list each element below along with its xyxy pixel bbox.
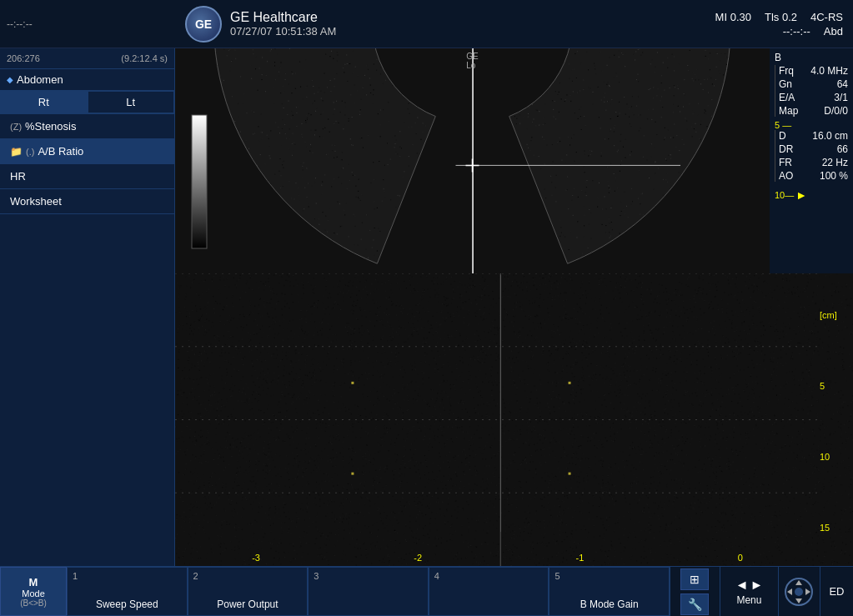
- measurement-Frq: Frq 4.0 MHz: [779, 65, 848, 77]
- mi-value: MI 0.30: [715, 11, 751, 23]
- dr-label: DR: [779, 143, 804, 155]
- probe-value: 4C-RS: [810, 11, 843, 23]
- measurement-Map: Map D/0/0: [779, 105, 848, 117]
- ed-section: [778, 567, 820, 616]
- key-5-label: B Mode Gain: [580, 598, 639, 610]
- fr-label: FR: [779, 157, 804, 168]
- trackball-icon[interactable]: [784, 577, 814, 607]
- ea-label: E/A: [779, 92, 804, 103]
- ab-ratio-prefix: (.): [26, 147, 34, 157]
- key-5-index: 5: [554, 571, 559, 581]
- menu-label: Menu: [736, 594, 761, 606]
- mmode-display: [cm] 5 10 15 -3 -2 -1 0: [175, 273, 853, 566]
- ed-label-section: ED: [820, 567, 853, 616]
- softkey-4[interactable]: 4: [429, 567, 549, 616]
- nav-icon-area: ◄ ► Menu: [720, 567, 778, 616]
- sidebar-item-worksheet[interactable]: Worksheet: [0, 189, 174, 214]
- right-panel: B Frq 4.0 MHz Gn 64 E/A 3/1 Map D/0/0 5 …: [770, 48, 853, 273]
- frq-label: Frq: [779, 65, 804, 77]
- mmode-scale-5: 5: [820, 381, 825, 391]
- datetime: 07/27/07 10:51:38 AM: [230, 25, 336, 38]
- mmode-x-minus3: -3: [252, 553, 260, 563]
- softkey-3[interactable]: 3: [308, 567, 429, 616]
- hr-label: HR: [10, 170, 26, 183]
- ao-label: AO: [779, 170, 804, 182]
- softkey-5[interactable]: 5 B Mode Gain: [549, 567, 670, 616]
- sidebar-rlt: Rt Lt: [0, 91, 174, 114]
- settings-icon-button[interactable]: 🔧: [680, 593, 709, 615]
- measurement-B: B: [775, 52, 848, 63]
- svg-point-5: [795, 588, 803, 596]
- ao-value: 100 %: [820, 170, 848, 182]
- sidebar-item-stenosis[interactable]: (Z) %Stenosis: [0, 114, 174, 139]
- ea-value: 3/1: [834, 92, 848, 103]
- folder-icon: 📁: [10, 146, 23, 158]
- rt-button[interactable]: Rt: [0, 91, 88, 113]
- mmode-scale-10: 10: [820, 452, 830, 462]
- sidebar-item-ab-ratio[interactable]: 📁 (.) A/B Ratio: [0, 139, 174, 164]
- sidebar-time: 206:276 (9.2:12.4 s): [0, 48, 174, 69]
- frq-value: 4.0 MHz: [810, 65, 848, 77]
- bottom-bar: M Mode (B<>B) 1 Sweep Speed 2 Power Outp…: [0, 566, 853, 616]
- softkey-2[interactable]: 2 Power Output: [188, 567, 309, 616]
- main-display: GELo B Frq 4.0 MHz Gn 64 E/A 3/1 Map D/0…: [175, 48, 853, 566]
- mmode-scale-15: 15: [820, 523, 830, 533]
- header-time-left: --:--:--: [7, 18, 33, 30]
- scale-5-marker: 5 —: [775, 120, 848, 130]
- dr-value: 66: [837, 143, 848, 155]
- diamond-icon: ◆: [7, 75, 13, 84]
- measurement-section-2: D 16.0 cm DR 66 FR 22 Hz AO 100 %: [775, 130, 848, 182]
- mmode-x-minus1: -1: [576, 553, 585, 563]
- mode-line2: Mode: [22, 588, 45, 598]
- mmode-x-0: 0: [738, 553, 743, 563]
- mmode-canvas: [175, 273, 853, 566]
- mmode-scale-right: [cm] 5 10 15: [820, 273, 853, 566]
- header-right: MI 0.30 Tls 0.2 4C-RS --:--:-- Abd: [715, 11, 853, 38]
- gn-label: Gn: [779, 78, 804, 90]
- map-label: Map: [779, 105, 804, 117]
- header: --:--:-- GE GE Healthcare 07/27/07 10:51…: [0, 0, 853, 48]
- measurement-D: D 16.0 cm: [779, 130, 848, 142]
- nav-arrows: ◄ ►: [735, 578, 764, 593]
- table-icon-button[interactable]: ⊞: [680, 568, 709, 590]
- stenosis-prefix: (Z): [10, 122, 22, 132]
- lt-button[interactable]: Lt: [88, 91, 175, 113]
- sidebar-time-duration: (9.2:12.4 s): [121, 53, 168, 63]
- header-time-right: --:--:--: [783, 25, 810, 38]
- measurement-section: Frq 4.0 MHz Gn 64 E/A 3/1 Map D/0/0: [775, 65, 848, 117]
- mode-value: Abd: [824, 25, 843, 38]
- nav-arrow-left[interactable]: ◄: [735, 578, 749, 593]
- tis-value: Tls 0.2: [765, 11, 797, 23]
- d-value: 16.0 cm: [812, 130, 848, 142]
- measurement-Gn: Gn 64: [779, 78, 848, 90]
- ed-label: ED: [829, 585, 844, 598]
- sidebar: 206:276 (9.2:12.4 s) ◆ Abdomen Rt Lt (Z)…: [0, 48, 175, 566]
- nav-arrow-right[interactable]: ►: [750, 578, 763, 593]
- ab-ratio-label: A/B Ratio: [38, 145, 83, 158]
- svg-marker-3: [787, 588, 792, 595]
- key-2-label: Power Output: [217, 598, 278, 610]
- fr-value: 22 Hz: [822, 157, 848, 168]
- header-top-line: MI 0.30 Tls 0.2 4C-RS: [715, 11, 843, 23]
- ge-watermark: GELo: [466, 52, 478, 70]
- sidebar-abdomen[interactable]: ◆ Abdomen: [0, 69, 174, 91]
- key-1-label: Sweep Speed: [96, 598, 158, 610]
- header-text: GE Healthcare 07/27/07 10:51:38 AM: [230, 10, 336, 38]
- measurement-DR: DR 66: [779, 143, 848, 155]
- svg-marker-1: [795, 580, 802, 585]
- measurement-FR: FR 22 Hz: [779, 157, 848, 168]
- worksheet-label: Worksheet: [10, 195, 62, 208]
- mode-title: M: [29, 576, 38, 588]
- scale-10-marker: 10— ►: [775, 188, 848, 202]
- ultrasound-image: GELo: [175, 48, 770, 273]
- measurement-AO: AO 100 %: [779, 170, 848, 182]
- gn-value: 64: [837, 78, 848, 90]
- m-mode-button[interactable]: M Mode (B<>B): [0, 567, 67, 616]
- key-3-index: 3: [314, 571, 319, 581]
- map-value: D/0/0: [824, 105, 848, 117]
- ge-logo: GE: [185, 6, 222, 43]
- d-label: D: [779, 130, 804, 142]
- softkey-1[interactable]: 1 Sweep Speed: [67, 567, 188, 616]
- mode-sub: (B<>B): [20, 598, 47, 608]
- sidebar-item-hr[interactable]: HR: [0, 164, 174, 189]
